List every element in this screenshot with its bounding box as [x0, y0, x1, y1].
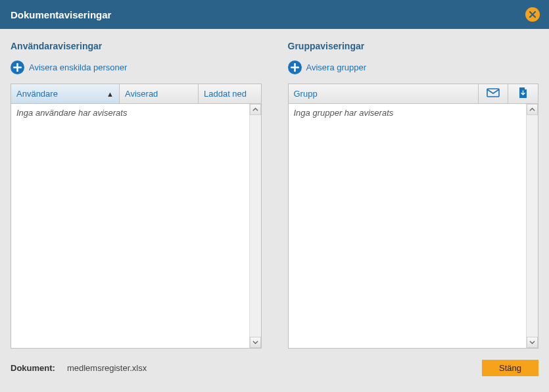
groups-grid-body-wrap: Inga grupper har aviserats: [289, 104, 538, 348]
groups-grid: Grupp: [288, 84, 539, 349]
document-label: Dokument:: [11, 363, 55, 373]
groups-grid-header: Grupp: [289, 84, 538, 104]
titlebar: Dokumentaviseringar: [0, 0, 549, 29]
dialog-dokumentaviseringar: Dokumentaviseringar Användaraviseringar …: [0, 0, 549, 392]
sort-asc-icon: ▲: [107, 90, 114, 98]
dialog-title: Dokumentaviseringar: [11, 9, 111, 20]
users-empty-text: Inga användare har aviserats: [11, 104, 249, 122]
plus-icon: [288, 61, 302, 74]
scroll-down-icon[interactable]: [527, 337, 538, 348]
users-grid: Användare ▲ Aviserad Laddat ned Inga anv…: [11, 84, 262, 349]
groups-grid-body[interactable]: Inga grupper har aviserats: [289, 104, 527, 348]
group-panel-heading: Gruppaviseringar: [288, 41, 539, 51]
users-grid-body[interactable]: Inga användare har aviserats: [11, 104, 250, 348]
user-panel-heading: Användaraviseringar: [11, 41, 262, 51]
users-col-downloaded[interactable]: Laddat ned: [199, 84, 261, 103]
users-grid-header: Användare ▲ Aviserad Laddat ned: [11, 84, 261, 104]
groups-col-group[interactable]: Grupp: [289, 84, 479, 103]
document-name: medlemsregister.xlsx: [67, 363, 147, 373]
scroll-track[interactable]: [527, 115, 538, 337]
groups-col-download[interactable]: [508, 84, 538, 103]
user-notifications-panel: Användaraviseringar Avisera enskilda per…: [11, 41, 262, 349]
users-scrollbar[interactable]: [250, 104, 261, 348]
mail-icon: [487, 88, 500, 99]
notify-groups-button[interactable]: Avisera grupper: [288, 61, 539, 74]
group-notifications-panel: Gruppaviseringar Avisera grupper Grupp: [288, 41, 539, 349]
groups-empty-text: Inga grupper har aviserats: [289, 104, 527, 122]
close-icon[interactable]: [525, 7, 540, 22]
notify-users-button[interactable]: Avisera enskilda personer: [11, 61, 262, 74]
users-col-user[interactable]: Användare ▲: [11, 84, 120, 103]
close-button[interactable]: Stäng: [482, 360, 538, 376]
scroll-track[interactable]: [250, 115, 261, 337]
scroll-up-icon[interactable]: [527, 104, 538, 115]
scroll-up-icon[interactable]: [250, 104, 261, 115]
users-col-notified[interactable]: Aviserad: [120, 84, 199, 103]
scroll-down-icon[interactable]: [250, 337, 261, 348]
body: Användaraviseringar Avisera enskilda per…: [0, 29, 549, 355]
users-grid-body-wrap: Inga användare har aviserats: [11, 104, 261, 348]
file-download-icon: [518, 87, 528, 101]
groups-col-mail[interactable]: [479, 84, 508, 103]
footer: Dokument: medlemsregister.xlsx Stäng: [0, 355, 549, 392]
svg-rect-6: [487, 89, 499, 97]
notify-users-label: Avisera enskilda personer: [29, 62, 127, 72]
plus-icon: [11, 61, 24, 74]
notify-groups-label: Avisera grupper: [306, 62, 367, 72]
groups-scrollbar[interactable]: [527, 104, 538, 348]
